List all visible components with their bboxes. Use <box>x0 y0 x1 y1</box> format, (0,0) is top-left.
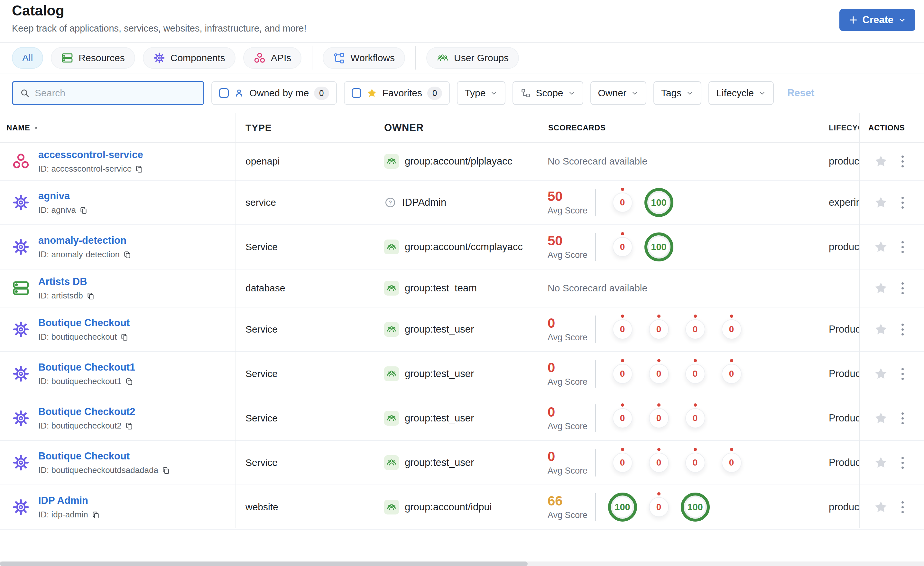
copy-icon[interactable] <box>125 377 134 386</box>
owner-label[interactable]: group:account/plplayacc <box>405 155 512 167</box>
scorecard-score-zero[interactable]: 0 <box>613 193 633 212</box>
create-button[interactable]: Create <box>839 9 916 31</box>
scorecard-score-zero[interactable]: 0 <box>685 453 705 473</box>
scorecard-score-zero[interactable]: 0 <box>613 319 633 339</box>
copy-icon[interactable] <box>86 291 95 300</box>
scorecard-score-zero[interactable]: 0 <box>685 408 705 428</box>
scorecard-score-zero[interactable]: 0 <box>649 408 669 428</box>
entity-name-link[interactable]: anomaly-detection <box>38 235 132 246</box>
kebab-menu-icon[interactable] <box>900 366 906 382</box>
reset-filters-link[interactable]: Reset <box>787 87 814 99</box>
scorecard-score-zero[interactable]: 0 <box>722 364 742 384</box>
kebab-menu-icon[interactable] <box>900 239 906 255</box>
scorecard-score-zero[interactable]: 0 <box>613 237 633 257</box>
kebab-menu-icon[interactable] <box>900 195 906 211</box>
scorecard-score-pass[interactable]: 100 <box>644 188 674 217</box>
scope-icon <box>520 87 531 98</box>
column-header-lifecycle[interactable]: LIFECYCLE <box>824 123 859 132</box>
favorite-star-icon[interactable] <box>874 196 888 209</box>
favorite-star-icon[interactable] <box>874 367 888 381</box>
column-header-scorecards[interactable]: SCORECARDS <box>544 123 824 132</box>
tab-resources[interactable]: Resources <box>51 47 135 69</box>
entity-type: Service <box>236 413 383 424</box>
horizontal-scrollbar-thumb[interactable] <box>0 561 528 566</box>
scorecard-score-zero[interactable]: 0 <box>613 408 633 428</box>
alert-dot <box>730 315 733 318</box>
owner-label[interactable]: IDPAdmin <box>402 197 446 208</box>
scorecard-score-zero[interactable]: 0 <box>649 364 669 384</box>
owned-by-me-checkbox[interactable] <box>219 88 229 98</box>
gear-icon <box>12 238 30 256</box>
kebab-menu-icon[interactable] <box>900 499 906 515</box>
kebab-menu-icon[interactable] <box>900 322 906 337</box>
favorite-star-icon[interactable] <box>874 500 888 514</box>
scorecard-score-zero[interactable]: 0 <box>722 319 742 339</box>
scorecard-score-pass[interactable]: 100 <box>644 232 674 262</box>
entity-name-link[interactable]: Artists DB <box>38 276 95 288</box>
scorecard-score-zero[interactable]: 0 <box>722 453 742 473</box>
copy-icon[interactable] <box>135 164 144 173</box>
owner-label[interactable]: group:account/ccmplayacc <box>405 241 523 253</box>
type-filter-dropdown[interactable]: Type <box>457 81 506 105</box>
column-header-type[interactable]: TYPE <box>236 122 383 133</box>
favorite-star-icon[interactable] <box>874 411 888 425</box>
copy-icon[interactable] <box>162 466 170 474</box>
copy-icon[interactable] <box>125 421 134 430</box>
owner-filter-dropdown[interactable]: Owner <box>590 81 646 105</box>
column-header-name[interactable]: NAME <box>0 123 236 132</box>
lifecycle-filter-dropdown[interactable]: Lifecycle <box>708 81 774 105</box>
scorecard-score-zero[interactable]: 0 <box>649 319 669 339</box>
search-input[interactable] <box>35 87 197 98</box>
scope-filter-dropdown[interactable]: Scope <box>513 81 583 105</box>
tags-filter-dropdown[interactable]: Tags <box>653 81 701 105</box>
owner-label[interactable]: group:test_user <box>405 368 474 379</box>
tab-all[interactable]: All <box>12 47 43 69</box>
search-box[interactable] <box>12 81 204 105</box>
owner-label[interactable]: group:test_user <box>405 412 474 424</box>
favorite-star-icon[interactable] <box>874 154 888 169</box>
kebab-menu-icon[interactable] <box>900 411 906 426</box>
kebab-menu-icon[interactable] <box>900 455 906 471</box>
owner-label[interactable]: group:test_user <box>405 457 474 468</box>
scorecard-slot: 0 <box>604 364 640 384</box>
scorecard-score-zero[interactable]: 0 <box>649 453 669 473</box>
entity-name-link[interactable]: Boutique Checkout <box>38 317 130 329</box>
scorecard-score-zero[interactable]: 0 <box>685 364 705 384</box>
scorecard-score-zero[interactable]: 0 <box>613 364 633 384</box>
entity-name-link[interactable]: IDP Admin <box>38 495 100 506</box>
owner-label[interactable]: group:test_team <box>405 282 477 294</box>
kebab-menu-icon[interactable] <box>900 154 906 169</box>
filter-dropdowns: Type ScopeOwnerTagsLifecycle <box>457 81 781 105</box>
scorecard-score-pass[interactable]: 100 <box>681 492 710 522</box>
owner-label[interactable]: group:account/idpui <box>405 501 492 513</box>
owner-label[interactable]: group:test_user <box>405 324 474 335</box>
entity-name-link[interactable]: Boutique Checkout2 <box>38 406 135 418</box>
kebab-menu-icon[interactable] <box>900 280 906 296</box>
scorecard-score-zero[interactable]: 0 <box>613 453 633 473</box>
copy-icon[interactable] <box>92 510 100 519</box>
entity-name-link[interactable]: agniva <box>38 190 88 202</box>
copy-icon[interactable] <box>120 333 129 341</box>
tab-components[interactable]: Components <box>143 47 236 69</box>
copy-icon[interactable] <box>123 250 132 259</box>
owned-by-me-filter[interactable]: Owned by me 0 <box>212 81 337 105</box>
favorite-star-icon[interactable] <box>874 456 888 470</box>
tab-apis[interactable]: APIs <box>243 47 302 69</box>
entity-name-link[interactable]: accesscontrol-service <box>38 149 144 161</box>
alert-dot <box>694 448 697 451</box>
tab-user-groups[interactable]: User Groups <box>426 47 519 69</box>
favorite-star-icon[interactable] <box>874 281 888 295</box>
favorite-star-icon[interactable] <box>874 322 888 336</box>
copy-icon[interactable] <box>79 206 88 214</box>
tab-workflows[interactable]: Workflows <box>323 47 405 69</box>
scorecard-score-zero[interactable]: 0 <box>685 319 705 339</box>
scorecard-score-zero[interactable]: 0 <box>649 497 669 517</box>
favorites-filter[interactable]: Favorites 0 <box>344 81 450 105</box>
entity-name-link[interactable]: Boutique Checkout <box>38 450 170 462</box>
column-header-owner[interactable]: OWNER <box>383 122 544 134</box>
favorite-star-icon[interactable] <box>874 240 888 254</box>
entity-name-link[interactable]: Boutique Checkout1 <box>38 361 135 373</box>
scorecard-score-pass[interactable]: 100 <box>608 492 637 522</box>
favorites-checkbox[interactable] <box>352 88 361 98</box>
horizontal-scrollbar[interactable] <box>0 561 924 566</box>
